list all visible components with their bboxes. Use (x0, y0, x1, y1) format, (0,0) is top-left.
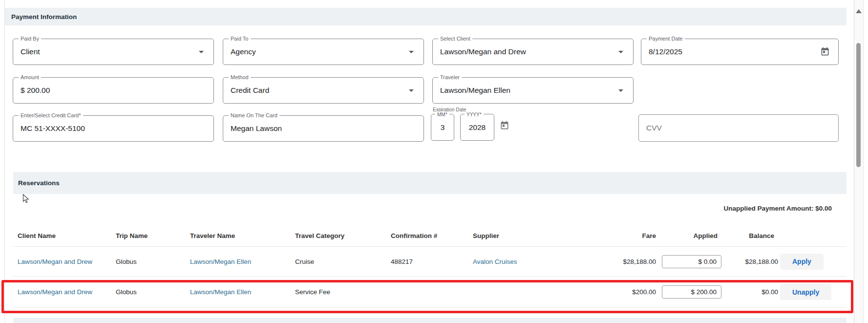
fare-cell: $200.00 (588, 277, 656, 307)
amount-field[interactable]: Amount $ 200.00 (13, 77, 214, 104)
calendar-icon[interactable] (500, 121, 509, 130)
col-header-trip-name: Trip Name (116, 225, 187, 246)
col-header-fare: Fare (588, 225, 656, 246)
balance-cell: $28,188.00 (723, 247, 778, 276)
balance-cell: $0.00 (723, 277, 778, 307)
traveler-name-link[interactable]: Lawson/Megan Ellen (190, 258, 251, 265)
client-name-link[interactable]: Lawson/Megan and Drew (18, 258, 92, 265)
confirmation-cell (391, 277, 464, 307)
traveler-select[interactable]: Traveler Lawson/Megan Ellen (432, 77, 634, 104)
col-header-confirmation: Confirmation # (391, 225, 464, 246)
chevron-down-icon[interactable] (618, 89, 623, 92)
payment-date-field[interactable]: Payment Date 8/12/2025 (641, 39, 839, 65)
travel-category-cell: Cruise (295, 247, 383, 276)
scrollbar-border (863, 0, 864, 323)
amount-value: $ 200.00 (21, 78, 50, 103)
col-header-applied: Applied (662, 225, 721, 246)
travel-category-cell: Service Fee (295, 277, 383, 307)
select-client-value: Lawson/Megan and Drew (440, 39, 526, 65)
reservations-header: Reservations (13, 172, 847, 194)
col-header-supplier: Supplier (473, 225, 585, 246)
supplier-cell (473, 277, 585, 307)
chevron-down-icon[interactable] (618, 51, 623, 53)
expiration-month-field[interactable]: MM* 3 (431, 114, 454, 141)
col-header-traveler-name: Traveler Name (190, 225, 288, 246)
cvv-input[interactable] (638, 114, 839, 142)
chevron-down-icon[interactable] (199, 51, 204, 53)
credit-card-field[interactable]: Enter/Select Credit Card* MC 51-XXXX-510… (13, 115, 214, 142)
paid-to-select[interactable]: Paid To Agency (223, 39, 424, 65)
calendar-icon[interactable] (820, 47, 830, 57)
scroll-up-arrow[interactable] (856, 9, 862, 13)
expiration-month-value: 3 (431, 114, 454, 140)
col-header-client-name: Client Name (18, 225, 113, 246)
reservations-table-header: Client Name Trip Name Traveler Name Trav… (13, 225, 847, 247)
chevron-down-icon[interactable] (409, 51, 414, 53)
chevron-down-icon[interactable] (409, 89, 414, 92)
reservations-title: Reservations (18, 179, 60, 187)
trip-name-cell: Globus (116, 277, 187, 307)
select-client-select[interactable]: Select Client Lawson/Megan and Drew (432, 39, 634, 65)
paid-to-value: Agency (231, 39, 256, 65)
paid-by-select[interactable]: Paid By Client (13, 39, 214, 65)
method-value: Credit Card (231, 78, 269, 103)
apply-button[interactable]: Apply (780, 254, 824, 270)
mouse-cursor (22, 194, 29, 204)
card-left-border (4, 0, 5, 323)
table-row: Lawson/Megan and Drew Globus Lawson/Mega… (13, 277, 847, 308)
table-row: Lawson/Megan and Drew Globus Lawson/Mega… (13, 247, 847, 277)
scrollbar-thumb[interactable] (856, 43, 861, 167)
paid-by-value: Client (21, 39, 40, 65)
expiration-year-value: 2028 (461, 114, 494, 140)
payment-information-header: Payment Information (5, 8, 847, 25)
unapplied-payment-amount: Unapplied Payment Amount: $0.00 (723, 205, 832, 212)
method-select[interactable]: Method Credit Card (223, 77, 424, 104)
confirmation-cell: 488217 (391, 247, 464, 276)
col-header-travel-category: Travel Category (295, 225, 383, 246)
col-header-balance: Balance (723, 225, 778, 246)
applied-amount-input[interactable] (662, 255, 721, 268)
credit-card-value: MC 51-XXXX-5100 (21, 116, 85, 141)
payment-screen: Payment Information Paid By Client Paid … (0, 0, 868, 323)
payment-date-value: 8/12/2025 (649, 39, 682, 65)
traveler-value: Lawson/Megan Ellen (440, 78, 510, 103)
supplier-link[interactable]: Avalon Cruises (473, 258, 517, 265)
next-section-header (13, 318, 847, 323)
applied-amount-input[interactable] (662, 285, 721, 299)
name-on-card-value: Megan Lawson (231, 116, 282, 141)
fare-cell: $28,188.00 (588, 247, 656, 276)
trip-name-cell: Globus (116, 247, 187, 276)
name-on-card-field[interactable]: Name On The Card Megan Lawson (223, 115, 424, 142)
traveler-name-link[interactable]: Lawson/Megan Ellen (190, 288, 251, 296)
expiration-year-field[interactable]: YYYY* 2028 (460, 114, 494, 141)
unapply-button[interactable]: Unapply (780, 284, 831, 300)
payment-information-title: Payment Information (11, 13, 77, 21)
client-name-link[interactable]: Lawson/Megan and Drew (18, 288, 92, 296)
